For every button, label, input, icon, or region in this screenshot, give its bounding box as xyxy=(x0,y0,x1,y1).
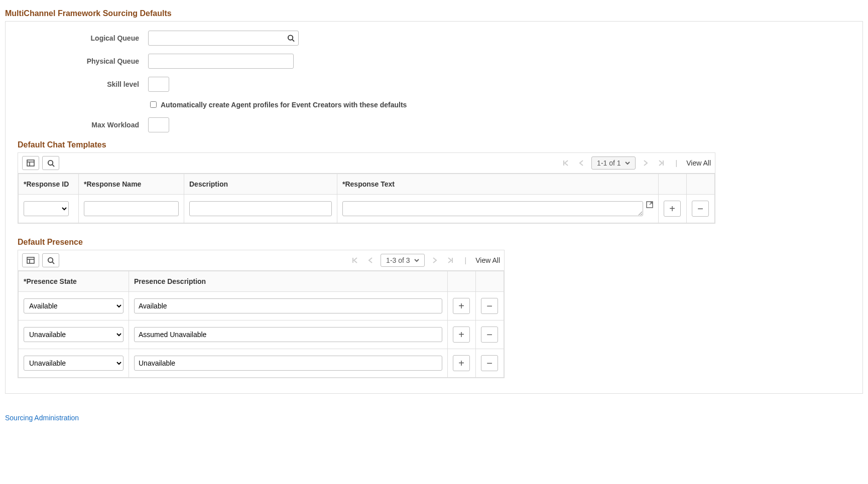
col-description[interactable]: Description xyxy=(184,174,337,195)
prev-page-icon[interactable] xyxy=(365,257,376,264)
table-row: Available + − xyxy=(19,292,504,320)
delete-row-button[interactable]: − xyxy=(481,327,498,343)
description-input[interactable] xyxy=(189,201,332,216)
table-row: + − xyxy=(19,195,715,223)
main-panel: Logical Queue Physical Queue Skill level… xyxy=(5,21,863,394)
chat-range-text: 1-1 of 1 xyxy=(597,159,621,167)
sourcing-admin-link[interactable]: Sourcing Administration xyxy=(5,414,79,422)
col-response-name[interactable]: *Response Name xyxy=(79,174,184,195)
chat-grid-frame: 1-1 of 1 | View All *Response ID *Respon… xyxy=(18,152,715,224)
delete-row-button[interactable]: − xyxy=(692,201,709,217)
chat-grid-table: *Response ID *Response Name Description … xyxy=(18,174,715,223)
chevron-down-icon xyxy=(414,258,419,263)
presence-grid-frame: 1-3 of 3 | View All *Presence State Pres… xyxy=(18,250,505,378)
add-row-button[interactable]: + xyxy=(453,355,470,371)
label-skill-level: Skill level xyxy=(18,80,148,88)
response-text-input[interactable] xyxy=(342,201,643,216)
personalize-icon[interactable] xyxy=(22,156,39,170)
label-logical-queue: Logical Queue xyxy=(18,34,148,42)
section-title-main: MultiChannel Framework Sourcing Defaults xyxy=(5,9,863,18)
presence-description-input[interactable] xyxy=(134,356,442,371)
add-row-button[interactable]: + xyxy=(664,201,681,217)
expand-icon[interactable] xyxy=(646,201,653,208)
response-name-input[interactable] xyxy=(84,201,179,216)
chat-grid-toolbar: 1-1 of 1 | View All xyxy=(18,153,715,174)
logical-queue-input[interactable] xyxy=(148,31,299,46)
zoom-icon[interactable] xyxy=(42,156,59,170)
presence-grid-table: *Presence State Presence Description Ava… xyxy=(18,271,504,378)
presence-state-select[interactable]: Unavailable xyxy=(24,356,123,371)
presence-range-select[interactable]: 1-3 of 3 xyxy=(381,254,424,267)
svg-rect-11 xyxy=(27,257,34,263)
toolbar-separator: | xyxy=(672,159,682,167)
logical-queue-lookup xyxy=(148,31,299,46)
label-auto-create: Automatically create Agent profiles for … xyxy=(161,101,407,109)
presence-range-text: 1-3 of 3 xyxy=(386,256,410,264)
label-physical-queue: Physical Queue xyxy=(18,57,148,65)
col-response-text[interactable]: *Response Text xyxy=(337,174,659,195)
section-title-presence: Default Presence xyxy=(18,238,850,247)
prev-page-icon[interactable] xyxy=(576,159,586,167)
toolbar-separator: | xyxy=(461,256,471,264)
first-page-icon[interactable] xyxy=(560,159,571,167)
personalize-icon[interactable] xyxy=(22,253,39,267)
table-row: Unavailable + − xyxy=(19,349,504,378)
section-title-chat: Default Chat Templates xyxy=(18,140,850,149)
presence-grid-toolbar: 1-3 of 3 | View All xyxy=(18,250,504,271)
physical-queue-input[interactable] xyxy=(148,54,294,69)
next-page-icon[interactable] xyxy=(430,257,440,264)
svg-rect-2 xyxy=(27,160,34,166)
last-page-icon[interactable] xyxy=(656,159,667,167)
svg-point-14 xyxy=(48,257,52,262)
table-row: Unavailable + − xyxy=(19,320,504,349)
next-page-icon[interactable] xyxy=(641,159,651,167)
svg-point-5 xyxy=(48,160,52,165)
col-presence-state[interactable]: *Presence State xyxy=(19,271,129,292)
chevron-down-icon xyxy=(625,160,630,166)
add-row-button[interactable]: + xyxy=(453,298,470,314)
svg-line-6 xyxy=(52,165,54,167)
first-page-icon[interactable] xyxy=(349,257,360,264)
label-max-workload: Max Workload xyxy=(18,121,148,129)
presence-state-select[interactable]: Unavailable xyxy=(24,327,123,342)
presence-description-input[interactable] xyxy=(134,298,442,313)
presence-state-select[interactable]: Available xyxy=(24,298,123,313)
chat-view-all[interactable]: View All xyxy=(686,159,711,167)
presence-description-input[interactable] xyxy=(134,327,442,342)
response-id-select[interactable] xyxy=(24,201,69,216)
delete-row-button[interactable]: − xyxy=(481,355,498,371)
svg-line-15 xyxy=(52,262,54,264)
col-presence-description[interactable]: Presence Description xyxy=(129,271,448,292)
skill-level-input[interactable] xyxy=(148,77,169,92)
add-row-button[interactable]: + xyxy=(453,327,470,343)
max-workload-input[interactable] xyxy=(148,117,169,132)
zoom-icon[interactable] xyxy=(42,253,59,267)
chat-range-select[interactable]: 1-1 of 1 xyxy=(591,156,635,170)
col-response-id[interactable]: *Response ID xyxy=(19,174,79,195)
delete-row-button[interactable]: − xyxy=(481,298,498,314)
presence-view-all[interactable]: View All xyxy=(475,256,500,264)
auto-create-checkbox[interactable] xyxy=(150,101,157,108)
last-page-icon[interactable] xyxy=(445,257,456,264)
